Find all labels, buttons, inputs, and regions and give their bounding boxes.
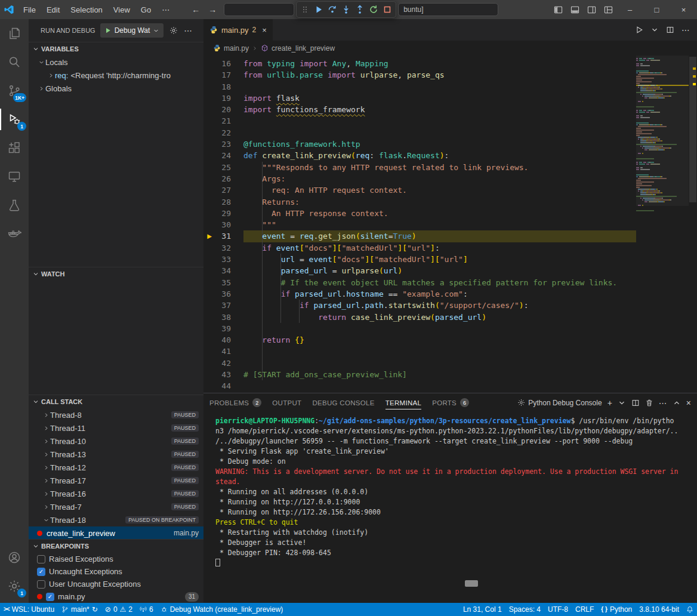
command-center[interactable] [224, 3, 294, 16]
chevron-down-icon[interactable] [650, 26, 659, 34]
activity-source-control[interactable]: 1K+ [0, 76, 29, 105]
gear-icon[interactable] [169, 26, 178, 35]
breakpoint-gutter[interactable] [205, 81, 214, 93]
activity-accounts[interactable] [0, 543, 29, 572]
split-editor-button[interactable] [666, 26, 674, 34]
call-stack-thread[interactable]: Thread-7 PAUSED [29, 500, 203, 513]
close-button[interactable]: × [686, 399, 691, 407]
terminal[interactable]: pierrick@LAPTOP-HKU5PNNG:~/git/add-ons-s… [203, 412, 697, 603]
code-line-43[interactable]: 43 # [START add_ons_case_preview_link] [203, 369, 636, 380]
layout-sidebar-button[interactable] [550, 0, 566, 19]
breakpoint-checkbox[interactable] [37, 580, 45, 589]
code-line-18[interactable]: 18 [203, 81, 636, 93]
call-stack-thread[interactable]: Thread-16 PAUSED [29, 487, 203, 500]
trash-button[interactable] [645, 399, 653, 407]
status-language[interactable]: { }Python [597, 603, 636, 616]
restart-button[interactable] [369, 5, 378, 14]
activity-testing[interactable] [0, 191, 29, 220]
step-out-button[interactable] [355, 5, 365, 14]
breakpoint-gutter[interactable] [205, 323, 214, 334]
code-line-26[interactable]: 26 Args: [203, 173, 636, 184]
call-stack-thread[interactable]: Thread-11 PAUSED [29, 421, 203, 435]
breakpoints-section-header[interactable]: BREAKPOINTS [29, 540, 203, 553]
menu-file[interactable]: File [18, 5, 41, 14]
breakpoint-gutter[interactable] [205, 162, 214, 173]
breakpoint-gutter[interactable] [205, 346, 214, 357]
activity-remote-explorer[interactable] [0, 162, 29, 191]
code-line-30[interactable]: 30 """ [203, 219, 636, 230]
status-eol[interactable]: CRLF [572, 603, 597, 616]
menu-more[interactable]: ⋯ [156, 5, 175, 14]
breakpoint-gutter[interactable] [205, 369, 214, 380]
call-stack-thread[interactable]: Thread-8 PAUSED [29, 408, 203, 421]
code-line-25[interactable]: 25 """Responds to any HTTP request relat… [203, 162, 636, 173]
window-title[interactable]: buntu] [398, 3, 498, 16]
code-editor[interactable]: 16 from typing import Any, Mapping 17 fr… [203, 56, 697, 393]
call-stack-section-header[interactable]: CALL STACK [29, 395, 203, 408]
more-icon[interactable]: ⋯ [681, 26, 690, 34]
call-stack-thread[interactable]: Thread-17 PAUSED [29, 474, 203, 487]
panel-tab-ports[interactable]: PORTS 6 [432, 393, 469, 412]
breakpoint-gutter[interactable] [205, 254, 214, 265]
breakpoint-gutter[interactable] [205, 312, 214, 323]
breakpoint-row[interactable]: ✓ main.py 31 [29, 590, 203, 603]
chevron-down-button[interactable] [618, 399, 626, 407]
close-icon[interactable]: × [262, 26, 267, 34]
layout-secondary-button[interactable] [583, 0, 600, 19]
scrollbar-thumb[interactable] [465, 580, 478, 587]
code-line-27[interactable]: 27 req: An HTTP request context. [203, 184, 636, 196]
breakpoint-checkbox[interactable]: ✓ [37, 568, 45, 576]
code-line-41[interactable]: 41 [203, 346, 636, 357]
stack-frame-create-link-preview[interactable]: create_link_preview main.py [29, 526, 203, 539]
breakpoint-gutter[interactable] [205, 173, 214, 184]
code-line-19[interactable]: 19 import flask [203, 93, 636, 104]
breakpoint-gutter[interactable] [205, 334, 214, 346]
breadcrumb-file[interactable]: main.py [213, 44, 249, 53]
code-line-21[interactable]: 21 [203, 115, 636, 127]
breakpoint-gutter[interactable] [205, 184, 214, 196]
panel-tab-problems[interactable]: PROBLEMS 2 [209, 393, 261, 412]
more-icon[interactable]: ⋯ [184, 26, 192, 35]
code-line-42[interactable]: 42 [203, 358, 636, 369]
code-line-35[interactable]: 35 # If the event object URL matches a s… [203, 277, 636, 288]
code-line-20[interactable]: 20 import functions_framework [203, 104, 636, 115]
debug-configuration-dropdown[interactable]: Debug Wat [100, 23, 164, 38]
code-line-44[interactable]: 44 [203, 380, 636, 392]
breakpoint-gutter[interactable] [205, 265, 214, 276]
code-line-36[interactable]: 36 if parsed_url.hostname == "example.co… [203, 288, 636, 300]
breakpoint-gutter[interactable] [205, 219, 214, 230]
status-remote-indicator[interactable]: ><WSL: Ubuntu [0, 603, 58, 616]
plus-button[interactable]: + [607, 399, 612, 407]
run-button[interactable] [635, 26, 643, 34]
status-interpreter[interactable]: 3.8.10 64-bit [636, 603, 683, 616]
menu-view[interactable]: View [108, 5, 135, 14]
tab-main-py[interactable]: main.py 2 × [203, 19, 273, 41]
status-cursor-position[interactable]: Ln 31, Col 1 [459, 603, 505, 616]
menu-edit[interactable]: Edit [41, 5, 65, 14]
continue-button[interactable] [314, 5, 323, 14]
editor-scrollbar[interactable] [689, 56, 697, 393]
breakpoint-checkbox[interactable] [37, 555, 45, 563]
code-line-24[interactable]: 24 def create_link_preview(req: flask.Re… [203, 150, 636, 161]
status-notifications[interactable] [683, 603, 697, 616]
activity-explorer[interactable] [0, 19, 29, 48]
status-debug-session[interactable]: Debug Watch (create_link_preview) [157, 603, 287, 616]
step-over-button[interactable] [328, 5, 337, 14]
status-git-branch[interactable]: main*↻ [58, 603, 101, 616]
breakpoint-gutter[interactable] [205, 358, 214, 369]
terminal-picker[interactable]: Python Debug Console [517, 399, 602, 407]
watch-section-header[interactable]: WATCH [29, 267, 203, 281]
code-line-28[interactable]: 28 Returns: [203, 196, 636, 208]
call-stack-thread[interactable]: Thread-10 PAUSED [29, 435, 203, 448]
activity-search[interactable] [0, 48, 29, 76]
debug-current-line-arrow[interactable]: ▶ [205, 230, 214, 242]
status-ports[interactable]: 6 [136, 603, 157, 616]
minimize-button[interactable]: – [616, 0, 643, 19]
breakpoint-gutter[interactable] [205, 69, 214, 81]
stop-button[interactable] [383, 5, 392, 14]
menu-selection[interactable]: Selection [65, 5, 107, 14]
code-line-29[interactable]: 29 An HTTP response context. [203, 208, 636, 219]
menu-go[interactable]: Go [135, 5, 156, 14]
call-stack-thread[interactable]: Thread-18 PAUSED ON BREAKPOINT [29, 513, 203, 526]
panel-tab-debug-console[interactable]: DEBUG CONSOLE [312, 393, 374, 412]
